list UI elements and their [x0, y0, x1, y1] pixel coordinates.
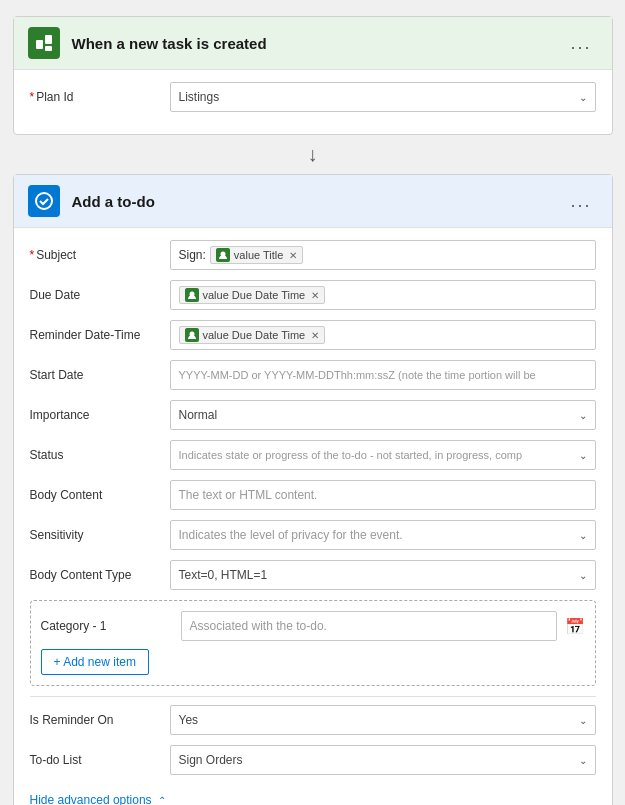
- body-content-type-value: Text=0, HTML=1 ⌄: [170, 560, 596, 590]
- importance-label: Importance: [30, 408, 170, 422]
- todo-list-dropdown[interactable]: Sign Orders ⌄: [170, 745, 596, 775]
- reminder-token-close[interactable]: ✕: [311, 330, 319, 341]
- trigger-card: When a new task is created ... *Plan Id …: [13, 16, 613, 135]
- connector-arrow: ↓: [308, 135, 318, 174]
- status-value: Indicates state or progress of the to-do…: [170, 440, 596, 470]
- plan-id-dropdown[interactable]: Listings ⌄: [170, 82, 596, 112]
- subject-token-icon: [216, 248, 230, 262]
- plan-id-label: *Plan Id: [30, 90, 170, 104]
- reminder-label: Reminder Date-Time: [30, 328, 170, 342]
- trigger-more-button[interactable]: ...: [564, 31, 597, 56]
- due-date-input[interactable]: value Due Date Time ✕: [170, 280, 596, 310]
- sensitivity-chevron-icon: ⌄: [579, 530, 587, 541]
- calendar-icon[interactable]: 📅: [565, 617, 585, 636]
- reminder-value: value Due Date Time ✕: [170, 320, 596, 350]
- action-title: Add a to-do: [72, 193, 565, 210]
- action-card: Add a to-do ... *Subject Sign: value Tit…: [13, 174, 613, 805]
- hide-advanced-button[interactable]: Hide advanced options ⌃: [30, 785, 596, 805]
- sensitivity-dropdown[interactable]: Indicates the level of privacy for the e…: [170, 520, 596, 550]
- trigger-title: When a new task is created: [72, 35, 565, 52]
- is-reminder-on-value: Yes ⌄: [170, 705, 596, 735]
- reminder-input[interactable]: value Due Date Time ✕: [170, 320, 596, 350]
- subject-label: *Subject: [30, 248, 170, 262]
- category-input-row: Associated with the to-do. 📅: [181, 611, 585, 641]
- body-content-type-row: Body Content Type Text=0, HTML=1 ⌄: [30, 560, 596, 590]
- todo-list-chevron-icon: ⌄: [579, 755, 587, 766]
- status-row: Status Indicates state or progress of th…: [30, 440, 596, 470]
- action-icon: [28, 185, 60, 217]
- add-item-button[interactable]: + Add new item: [41, 649, 149, 675]
- due-date-token-icon: [185, 288, 199, 302]
- reminder-token-icon: [185, 328, 199, 342]
- importance-dropdown[interactable]: Normal ⌄: [170, 400, 596, 430]
- sensitivity-value: Indicates the level of privacy for the e…: [170, 520, 596, 550]
- body-content-input[interactable]: The text or HTML content.: [170, 480, 596, 510]
- subject-token: value Title ✕: [210, 246, 304, 264]
- trigger-icon: [28, 27, 60, 59]
- category-label: Category - 1: [41, 619, 181, 633]
- status-label: Status: [30, 448, 170, 462]
- due-date-token: value Due Date Time ✕: [179, 286, 326, 304]
- action-header: Add a to-do ...: [14, 175, 612, 228]
- reminder-row: Reminder Date-Time value Due Date Time ✕: [30, 320, 596, 350]
- start-date-label: Start Date: [30, 368, 170, 382]
- body-content-row: Body Content The text or HTML content.: [30, 480, 596, 510]
- due-date-token-close[interactable]: ✕: [311, 290, 319, 301]
- body-content-label: Body Content: [30, 488, 170, 502]
- subject-input[interactable]: Sign: value Title ✕: [170, 240, 596, 270]
- svg-rect-0: [36, 40, 43, 49]
- svg-point-3: [36, 193, 52, 209]
- todo-list-label: To-do List: [30, 753, 170, 767]
- todo-list-row: To-do List Sign Orders ⌄: [30, 745, 596, 775]
- sensitivity-row: Sensitivity Indicates the level of priva…: [30, 520, 596, 550]
- is-reminder-on-row: Is Reminder On Yes ⌄: [30, 705, 596, 735]
- start-date-row: Start Date YYYY-MM-DD or YYYY-MM-DDThh:m…: [30, 360, 596, 390]
- trigger-header: When a new task is created ...: [14, 17, 612, 70]
- category-input[interactable]: Associated with the to-do.: [181, 611, 557, 641]
- status-chevron-icon: ⌄: [579, 450, 587, 461]
- due-date-row: Due Date value Due Date Time ✕: [30, 280, 596, 310]
- start-date-value: YYYY-MM-DD or YYYY-MM-DDThh:mm:ssZ (note…: [170, 360, 596, 390]
- todo-list-value: Sign Orders ⌄: [170, 745, 596, 775]
- plan-id-value[interactable]: Listings ⌄: [170, 82, 596, 112]
- category-value: Associated with the to-do. 📅: [181, 611, 585, 641]
- body-content-type-chevron-icon: ⌄: [579, 570, 587, 581]
- due-date-value: value Due Date Time ✕: [170, 280, 596, 310]
- is-reminder-on-chevron-icon: ⌄: [579, 715, 587, 726]
- action-more-button[interactable]: ...: [564, 189, 597, 214]
- is-reminder-on-dropdown[interactable]: Yes ⌄: [170, 705, 596, 735]
- plan-id-chevron-icon: ⌄: [579, 92, 587, 103]
- subject-token-close[interactable]: ✕: [289, 250, 297, 261]
- due-date-label: Due Date: [30, 288, 170, 302]
- importance-chevron-icon: ⌄: [579, 410, 587, 421]
- svg-rect-1: [45, 35, 52, 44]
- start-date-input[interactable]: YYYY-MM-DD or YYYY-MM-DDThh:mm:ssZ (note…: [170, 360, 596, 390]
- body-content-type-label: Body Content Type: [30, 568, 170, 582]
- plan-id-row: *Plan Id Listings ⌄: [30, 82, 596, 112]
- importance-row: Importance Normal ⌄: [30, 400, 596, 430]
- sensitivity-label: Sensitivity: [30, 528, 170, 542]
- body-content-value: The text or HTML content.: [170, 480, 596, 510]
- divider: [30, 696, 596, 697]
- svg-rect-2: [45, 46, 52, 51]
- reminder-token: value Due Date Time ✕: [179, 326, 326, 344]
- subject-value: Sign: value Title ✕: [170, 240, 596, 270]
- chevron-up-icon: ⌃: [158, 795, 166, 806]
- category-section: Category - 1 Associated with the to-do. …: [30, 600, 596, 686]
- category-row: Category - 1 Associated with the to-do. …: [41, 611, 585, 641]
- subject-row: *Subject Sign: value Title ✕: [30, 240, 596, 270]
- status-dropdown[interactable]: Indicates state or progress of the to-do…: [170, 440, 596, 470]
- importance-value: Normal ⌄: [170, 400, 596, 430]
- action-body: *Subject Sign: value Title ✕ Due Date: [14, 228, 612, 805]
- is-reminder-on-label: Is Reminder On: [30, 713, 170, 727]
- trigger-body: *Plan Id Listings ⌄: [14, 70, 612, 134]
- body-content-type-dropdown[interactable]: Text=0, HTML=1 ⌄: [170, 560, 596, 590]
